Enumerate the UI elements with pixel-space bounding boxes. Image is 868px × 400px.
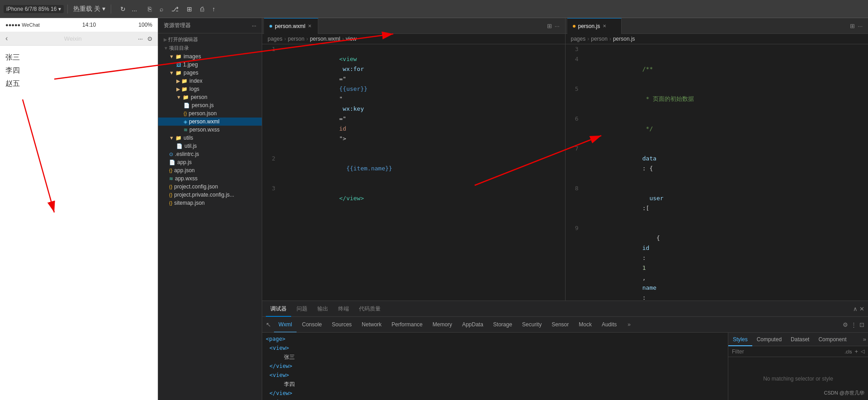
- tab-close-wxml[interactable]: ✕: [308, 24, 311, 28]
- code-line-3: 3 </view>: [262, 184, 565, 213]
- devtools-cursor-icon[interactable]: ↖: [266, 321, 271, 328]
- tree-logs[interactable]: ▶ 📁 logs: [158, 85, 262, 93]
- breadcrumb-wxml: person.wxml: [310, 36, 340, 42]
- tree-sitemap[interactable]: {} sitemap.json: [158, 199, 262, 207]
- json-icon-sitemap: {}: [169, 200, 172, 206]
- right-tab-styles[interactable]: Styles: [728, 333, 752, 346]
- grid-icon[interactable]: ⊞: [185, 5, 194, 14]
- right-tab-componentdata[interactable]: Component Data: [814, 333, 861, 346]
- tab-dot-js: [573, 25, 576, 28]
- tree-utils[interactable]: ▼ 📁 utils: [158, 134, 262, 142]
- devtools-tab-console[interactable]: Console: [297, 317, 326, 333]
- tree-index[interactable]: ▶ 📁 index: [158, 77, 262, 85]
- devtools-expand-icon[interactable]: ⊡: [859, 321, 864, 328]
- devtools-tab-memory[interactable]: Memory: [428, 317, 457, 333]
- breadcrumb-sep-r1: ›: [587, 36, 589, 42]
- bottom-tab-debugger[interactable]: 调试器: [266, 301, 291, 317]
- bottom-tab-output[interactable]: 输出: [313, 301, 333, 317]
- line-num-r6: 6: [566, 114, 586, 144]
- devtools-tab-sources[interactable]: Sources: [327, 317, 356, 333]
- refresh-icon[interactable]: ↻: [118, 5, 127, 14]
- right-tabs-bar: Styles Computed Dataset Component Data »: [728, 333, 868, 346]
- tab-personjs[interactable]: person.js ✕: [567, 18, 622, 34]
- tree-projectprivate[interactable]: {} project.private.config.js...: [158, 191, 262, 199]
- tree-person-wxml[interactable]: ◈ person.wxml: [158, 118, 262, 126]
- filter-add-btn[interactable]: +: [854, 348, 858, 355]
- tree-label-utiljs: util.js: [184, 143, 197, 149]
- tree-appjson[interactable]: {} app.json: [158, 166, 262, 174]
- tab-personwxml[interactable]: person.wxml ✕: [264, 18, 318, 34]
- search-icon[interactable]: ⌕: [158, 5, 165, 14]
- tree-pages[interactable]: ▼ 📁 pages: [158, 69, 262, 77]
- bottom-tab-issues[interactable]: 问题: [292, 301, 312, 317]
- devtools-tab-storage[interactable]: Storage: [489, 317, 517, 333]
- watermark: CSDN @亦世几华: [824, 390, 864, 396]
- xml-page: <page>: [262, 334, 728, 344]
- device-selector[interactable]: iPhone 6/7/8 85% 16 ▾: [4, 5, 64, 13]
- devtools-tab-performance[interactable]: Performance: [387, 317, 427, 333]
- devtools-tab-mock[interactable]: Mock: [574, 317, 596, 333]
- tree-person-wxss[interactable]: ≋ person.wxss: [158, 126, 262, 134]
- copy-icon[interactable]: ⎘: [146, 5, 153, 14]
- devtools-tab-network[interactable]: Network: [357, 317, 386, 333]
- editors-split: person.wxml ✕ ⊞ ··· pages › person ›: [262, 18, 868, 301]
- branch-icon[interactable]: ⎇: [170, 5, 180, 14]
- devtools-more-icon[interactable]: ⋮: [851, 321, 857, 328]
- folder-icon-pages: ▼ 📁: [169, 70, 182, 76]
- tree-person[interactable]: ▼ 📁 person: [158, 93, 262, 101]
- code-editor-right[interactable]: 3 4 /** 5 * 页面的初始数据: [566, 44, 868, 301]
- right-tab-more[interactable]: »: [861, 336, 868, 343]
- js-content-4: /**: [586, 54, 868, 84]
- phone-more-icon[interactable]: ···: [138, 35, 143, 42]
- phone-signal: ●●●●● WeChat: [5, 22, 40, 28]
- right-tab-dataset[interactable]: Dataset: [786, 333, 814, 346]
- devtools-settings-icon[interactable]: ⚙: [843, 321, 848, 328]
- devtools-tab-security[interactable]: Security: [518, 317, 546, 333]
- tree-appjs[interactable]: 📄 app.js: [158, 158, 262, 166]
- devtools-tab-audits[interactable]: Audits: [597, 317, 621, 333]
- open-editors-section[interactable]: ▶ 打开的编辑器: [158, 35, 262, 44]
- bottom-tab-quality[interactable]: 代码质量: [354, 301, 385, 317]
- editor-more-icon-right[interactable]: ···: [858, 23, 863, 29]
- right-tab-computed[interactable]: Computed: [752, 333, 786, 346]
- bracket-open: :[: [642, 205, 650, 212]
- devtools-tab-more[interactable]: »: [623, 317, 635, 333]
- back-icon[interactable]: ‹: [5, 34, 8, 42]
- xml-view1-open: <view>: [262, 344, 728, 353]
- devtools-xml-tree[interactable]: <page> <view> 张三 </view>: [262, 333, 728, 400]
- filter-input[interactable]: [732, 348, 842, 355]
- tree-eslint[interactable]: ⊙ .eslintrc.js: [158, 150, 262, 158]
- more-icon[interactable]: ...: [130, 5, 139, 14]
- tree-appwxss[interactable]: ≋ app.wxss: [158, 174, 262, 183]
- code-line-2: 2 {{item.name}}: [262, 154, 565, 184]
- tree-1jpeg[interactable]: 🖼 1.jpeg: [158, 61, 262, 69]
- bottom-tab-terminal[interactable]: 终端: [334, 301, 354, 317]
- tab-close-js[interactable]: ✕: [603, 24, 606, 28]
- tree-projectconfig[interactable]: {} project.config.json: [158, 183, 262, 191]
- split-icon-right[interactable]: ⊞: [850, 23, 855, 29]
- upload-icon[interactable]: ↑: [210, 5, 217, 14]
- tree-utiljs[interactable]: 📄 util.js: [158, 142, 262, 150]
- file-icon[interactable]: ⎙: [198, 5, 206, 14]
- project-section[interactable]: ▼ 项目目录: [158, 44, 262, 52]
- panel-close-icon[interactable]: ✕: [859, 306, 864, 312]
- code-editor-left[interactable]: 1 <view wx:for =" {{user}} " wx:key =" i…: [262, 44, 565, 301]
- tree-images[interactable]: ▼ 📁 images: [158, 52, 262, 61]
- devtools-tab-appdata[interactable]: AppData: [458, 317, 488, 333]
- devtools-tab-wxml[interactable]: Wxml: [274, 317, 297, 333]
- js-icon-util: 📄: [176, 143, 183, 149]
- split-icon[interactable]: ⊞: [547, 23, 552, 29]
- explorer-more[interactable]: ···: [252, 23, 256, 29]
- phone-appbar: ‹ Weixin ··· ⊙: [0, 32, 158, 46]
- tree-person-json[interactable]: {} person.json: [158, 109, 262, 118]
- devtools-panel: ↖ Wxml Console Sources Network Performan…: [262, 317, 868, 400]
- filter-cls-btn[interactable]: .cls: [844, 349, 852, 354]
- project-label: 项目目录: [169, 45, 189, 52]
- tree-person-js[interactable]: 📄 person.js: [158, 101, 262, 109]
- devtools-tab-sensor[interactable]: Sensor: [547, 317, 573, 333]
- editor-more-icon[interactable]: ···: [555, 23, 560, 29]
- hot-reload-btn[interactable]: 热重载 关 ▾: [71, 4, 107, 14]
- phone-scan-icon[interactable]: ⊙: [147, 35, 152, 42]
- filter-collapse-icon[interactable]: ◁: [861, 348, 864, 354]
- panel-collapse-icon[interactable]: ∧: [853, 306, 858, 312]
